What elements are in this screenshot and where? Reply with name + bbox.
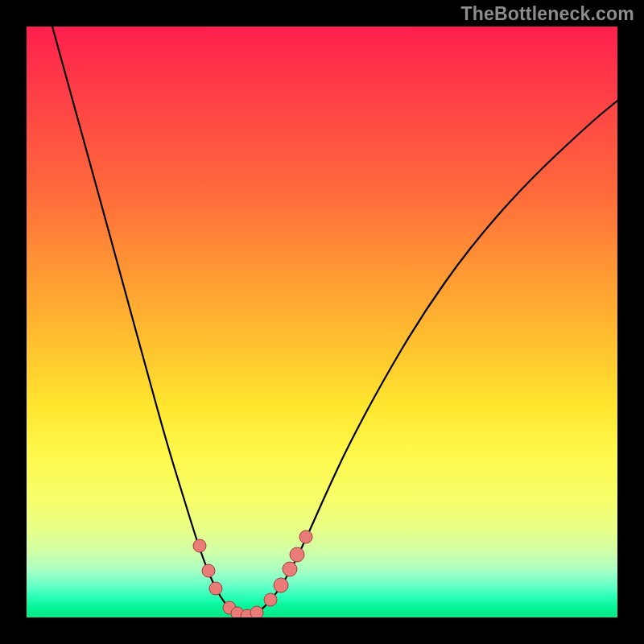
outer-frame: TheBottleneck.com <box>0 0 644 644</box>
curve-marker <box>264 593 277 606</box>
curve-marker <box>193 539 206 552</box>
curve-marker <box>250 606 263 617</box>
curve-marker <box>283 562 297 576</box>
curve-marker <box>202 564 215 577</box>
plot-area <box>27 27 617 617</box>
bottleneck-curve <box>52 27 617 617</box>
curve-layer <box>27 27 617 617</box>
watermark-text: TheBottleneck.com <box>460 3 634 25</box>
curve-marker <box>290 547 304 562</box>
curve-marker <box>299 530 312 543</box>
curve-marker <box>209 582 222 595</box>
curve-marker <box>274 578 288 592</box>
curve-markers <box>193 530 312 617</box>
